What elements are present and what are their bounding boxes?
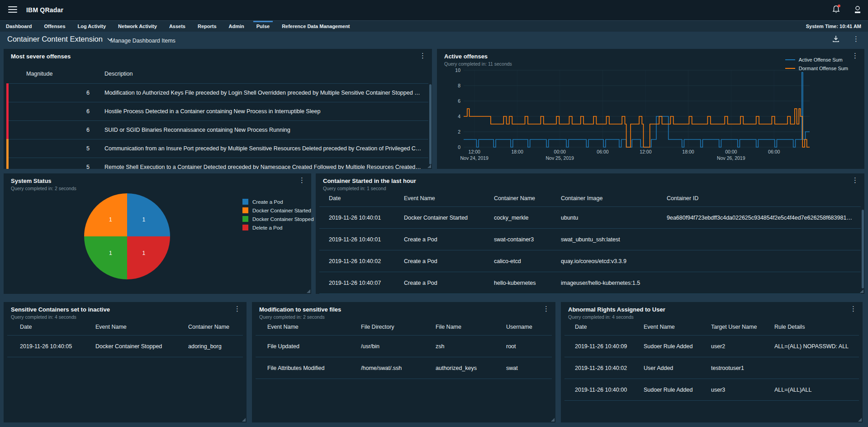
- table-row[interactable]: 2019-11-26 10:40:01Create a Podswat-cont…: [319, 229, 861, 250]
- manage-dashboard-items-link[interactable]: Manage Dashboard Items: [110, 38, 175, 44]
- app-title: IBM QRadar: [26, 6, 63, 14]
- dashboard-selector[interactable]: Container Content Extension: [7, 35, 113, 43]
- offense-row[interactable]: 6SUID or SGID Binaries Reconnaissance co…: [7, 121, 428, 139]
- dashboard-title: Container Content Extension: [7, 35, 103, 43]
- nav-tab-reports[interactable]: Reports: [198, 21, 217, 32]
- panel-container-started: Container Started in the last hour Query…: [316, 173, 864, 294]
- nav-tab-reference-data-management[interactable]: Reference Data Management: [282, 21, 350, 32]
- panel-title: System Status: [11, 178, 52, 184]
- magnitude-severity-bar: [6, 120, 9, 139]
- panel-resize-handle[interactable]: [860, 289, 863, 293]
- svg-text:06:00: 06:00: [768, 149, 780, 154]
- offense-row[interactable]: 5Communication from an Insure Port prece…: [7, 139, 428, 158]
- hamburger-menu-icon[interactable]: [8, 6, 17, 14]
- pie-slice-value: 1: [109, 250, 112, 256]
- table-row[interactable]: File Updated/usr/binzshroot: [256, 336, 552, 357]
- user-account-icon[interactable]: [853, 4, 863, 15]
- notifications-bell-icon[interactable]: [831, 4, 841, 15]
- panel-resize-handle[interactable]: [551, 418, 555, 422]
- table-cell: quay.io/coreos/etcd:v3.3.9: [561, 258, 667, 264]
- nav-tab-network-activity[interactable]: Network Activity: [118, 21, 157, 32]
- panel-resize-handle[interactable]: [242, 418, 246, 422]
- panel-query-time: Query completed in: 2 seconds: [11, 186, 76, 191]
- offense-description: Hostile Process Detected in a Container …: [104, 108, 428, 115]
- table-cell: user3: [711, 387, 774, 393]
- magnitude-value: 6: [7, 108, 104, 115]
- table-cell: adoring_borg: [188, 343, 243, 350]
- offense-row[interactable]: 5Remote Shell Execution to a Container D…: [7, 158, 428, 169]
- table-cell: /home/swat/.ssh: [361, 365, 436, 371]
- nav-tab-assets[interactable]: Assets: [169, 21, 185, 32]
- table-header-row: MagnitudeDescription: [7, 64, 428, 84]
- table-cell: 9ea680f94f723ebdff3c4da022625c934854f2e5…: [667, 215, 861, 221]
- table-cell: swat-container3: [494, 236, 561, 243]
- table-cell: 2019-11-26 10:40:05: [20, 343, 95, 350]
- legend-label: Delete a Pod: [252, 225, 283, 230]
- nav-tab-log-activity[interactable]: Log Activity: [78, 21, 106, 32]
- column-header: Description: [104, 71, 428, 77]
- nav-tab-dashboard[interactable]: Dashboard: [6, 21, 32, 32]
- table-row[interactable]: 2019-11-26 10:40:07Create a Podhello-kub…: [319, 272, 861, 294]
- legend-item: Dormant Offense Sum: [785, 66, 848, 71]
- column-header: Container ID: [667, 195, 861, 202]
- nav-tab-pulse[interactable]: Pulse: [256, 21, 270, 32]
- legend-color-swatch: [242, 216, 248, 222]
- table-cell: Docker Container Stopped: [95, 343, 188, 350]
- legend-item: Docker Container Stopped: [242, 216, 314, 222]
- table-cell: calico-etcd: [494, 258, 561, 264]
- panel-overflow-menu-icon[interactable]: ⋮: [849, 51, 861, 60]
- legend-label: Create a Pod: [252, 199, 283, 205]
- table-cell: 2019-11-26 10:40:07: [329, 280, 404, 286]
- table-cell: imageuser/hello-kubernetes:1.5: [561, 280, 667, 286]
- column-header: Event Name: [95, 324, 188, 330]
- vertical-scrollbar[interactable]: [862, 210, 864, 288]
- panel-resize-handle[interactable]: [307, 289, 310, 293]
- table-row[interactable]: 2019-11-26 10:40:05Docker Container Stop…: [7, 336, 243, 357]
- dashboard-overflow-menu-icon[interactable]: ⋮: [850, 34, 862, 43]
- table-cell: swat: [506, 365, 552, 371]
- table-row[interactable]: 2019-11-26 10:40:09Sudoer Rule Addeduser…: [564, 336, 859, 357]
- panel-abnormal-rights: Abnormal Rights Assigned to User Query c…: [561, 302, 863, 422]
- svg-text:Nov 25, 2019: Nov 25, 2019: [545, 155, 574, 161]
- table-cell: ALL=(ALL) NOPASSWD: ALL: [774, 343, 859, 350]
- svg-text:0: 0: [458, 144, 460, 150]
- svg-text:00:00: 00:00: [554, 149, 566, 154]
- table-cell: Create a Pod: [404, 258, 494, 264]
- table-cell: Sudoer Rule Added: [644, 387, 711, 393]
- svg-text:00:00: 00:00: [725, 149, 737, 154]
- table-row[interactable]: 2019-11-26 10:40:02Create a Podcalico-et…: [319, 250, 861, 272]
- table-cell: File Updated: [267, 343, 361, 350]
- table-cell: user2: [711, 343, 774, 350]
- table-row[interactable]: 2019-11-26 10:40:01Docker Container Star…: [319, 207, 861, 229]
- column-header: Magnitude: [7, 71, 104, 77]
- panel-resize-handle[interactable]: [427, 164, 431, 168]
- magnitude-value: 5: [7, 145, 104, 152]
- table-row[interactable]: 2019-11-26 10:40:02User Addedtestrootuse…: [564, 357, 859, 379]
- table-cell: root: [506, 343, 552, 350]
- magnitude-severity-bar: [6, 102, 9, 121]
- legend-label: Active Offense Sum: [799, 57, 843, 62]
- legend-color-swatch: [242, 199, 248, 205]
- offense-row[interactable]: 6Hostile Process Detected in a Container…: [7, 102, 428, 121]
- chart-legend: Create a PodDocker Container StartedDock…: [242, 199, 314, 230]
- table-row[interactable]: File Attributes Modified/home/swat/.ssha…: [256, 357, 552, 379]
- nav-tab-admin[interactable]: Admin: [229, 21, 244, 32]
- pie-slice-value: 1: [142, 216, 145, 223]
- table-row[interactable]: 2019-11-26 10:40:00Sudoer Rule Addeduser…: [564, 379, 859, 401]
- table-cell: User Added: [644, 365, 711, 371]
- panel-sensitive-containers: Sensitive Containers set to inactive Que…: [4, 302, 247, 422]
- table-cell: Sudoer Rule Added: [644, 343, 711, 350]
- nav-tab-offenses[interactable]: Offenses: [44, 21, 65, 32]
- panel-resize-handle[interactable]: [858, 418, 862, 422]
- table-cell: 2019-11-26 10:40:01: [329, 215, 404, 221]
- download-icon[interactable]: [832, 35, 840, 43]
- column-header: File Name: [436, 324, 506, 330]
- offense-row[interactable]: 6Modification to Authorized Keys File pr…: [7, 84, 428, 102]
- container-started-table: DateEvent NameContainer NameContainer Im…: [319, 173, 861, 294]
- legend-color-swatch: [242, 207, 248, 213]
- panel-overflow-menu-icon[interactable]: ⋮: [296, 176, 308, 185]
- vertical-scrollbar[interactable]: [429, 84, 432, 164]
- notification-badge-dot: [838, 5, 840, 7]
- table-cell: ubuntu: [561, 215, 667, 221]
- table-cell: File Attributes Modified: [267, 365, 361, 371]
